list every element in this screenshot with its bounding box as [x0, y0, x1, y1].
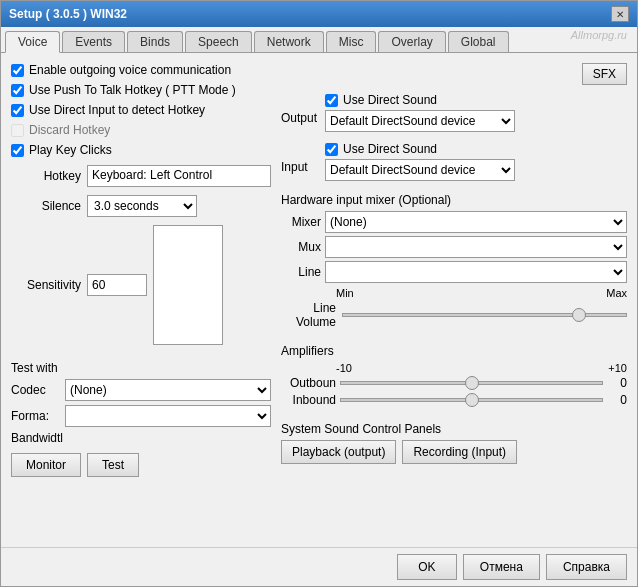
sensitivity-vis — [153, 225, 223, 345]
main-window: Setup ( 3.0.5 ) WIN32 ✕ Allmorpg.ru Voic… — [0, 0, 638, 587]
amplifiers-section: Amplifiers -10 +10 Outboun 0 Inbound 0 — [281, 344, 627, 410]
sfx-button[interactable]: SFX — [582, 63, 627, 85]
tab-binds[interactable]: Binds — [127, 31, 183, 52]
use-direct-sound-input-label: Use Direct Sound — [343, 142, 437, 156]
monitor-button[interactable]: Monitor — [11, 453, 81, 477]
output-device-select[interactable]: Default DirectSound device — [325, 110, 515, 132]
line-select[interactable] — [325, 261, 627, 283]
direct-input-label: Use Direct Input to detect Hotkey — [29, 103, 205, 117]
use-direct-sound-output-label: Use Direct Sound — [343, 93, 437, 107]
line-volume-section: Min Max LineVolume — [281, 287, 627, 329]
title-bar: Setup ( 3.0.5 ) WIN32 ✕ — [1, 1, 637, 27]
amp-title: Amplifiers — [281, 344, 627, 358]
bottom-section: Test with Codec (None) Forma: Bandwidtl … — [11, 361, 271, 477]
discard-hotkey-label: Discard Hotkey — [29, 123, 110, 137]
outbound-label: Outboun — [281, 376, 336, 390]
play-key-clicks-label: Play Key Clicks — [29, 143, 112, 157]
play-key-clicks-checkbox[interactable] — [11, 144, 24, 157]
outbound-slider[interactable] — [340, 381, 603, 385]
ssc-buttons: Playback (output) Recording (Input) — [281, 440, 627, 464]
bandwidth-label: Bandwidtl — [11, 431, 271, 445]
line-volume-row: LineVolume — [281, 301, 627, 329]
tab-overlay[interactable]: Overlay — [378, 31, 445, 52]
sensitivity-row: Sensitivity — [11, 225, 271, 345]
right-panel: SFX Output Use Direct Sound Default Dire… — [281, 63, 627, 537]
mixer-select[interactable]: (None) — [325, 211, 627, 233]
direct-input-checkbox[interactable] — [11, 104, 24, 117]
use-direct-sound-input-row: Use Direct Sound — [325, 142, 627, 156]
recording-button[interactable]: Recording (Input) — [402, 440, 517, 464]
discard-hotkey-row: Discard Hotkey — [11, 123, 271, 137]
format-row: Forma: — [11, 405, 271, 427]
watermark: Allmorpg.ru — [571, 29, 627, 41]
codec-select[interactable]: (None) — [65, 379, 271, 401]
output-label: Output — [281, 93, 321, 125]
ptt-mode-row: Use Push To Talk Hotkey ( PTT Mode ) — [11, 83, 271, 97]
amp-min-label: -10 — [336, 362, 352, 374]
line-volume-label: LineVolume — [281, 301, 336, 329]
line-volume-slider[interactable] — [342, 313, 627, 317]
outbound-value: 0 — [607, 376, 627, 390]
codec-label: Codec — [11, 383, 61, 397]
inbound-value: 0 — [607, 393, 627, 407]
vol-min-label: Min — [336, 287, 354, 299]
use-direct-sound-output-checkbox[interactable] — [325, 94, 338, 107]
outbound-row: Outboun 0 — [281, 376, 627, 390]
format-label: Forma: — [11, 409, 61, 423]
test-with-label: Test with — [11, 361, 271, 375]
monitor-test-row: Monitor Test — [11, 453, 271, 477]
inbound-slider[interactable] — [340, 398, 603, 402]
mux-select[interactable] — [325, 236, 627, 258]
sensitivity-label: Sensitivity — [11, 278, 81, 292]
use-direct-sound-output-row: Use Direct Sound — [325, 93, 627, 107]
input-label: Input — [281, 142, 321, 174]
codec-row: Codec (None) — [11, 379, 271, 401]
tab-speech[interactable]: Speech — [185, 31, 252, 52]
format-select[interactable] — [65, 405, 271, 427]
tab-events[interactable]: Events — [62, 31, 125, 52]
silence-select[interactable]: 3.0 seconds — [87, 195, 197, 217]
ptt-mode-checkbox[interactable] — [11, 84, 24, 97]
amp-max-label: +10 — [608, 362, 627, 374]
sensitivity-input[interactable] — [87, 274, 147, 296]
silence-row: Silence 3.0 seconds — [11, 195, 271, 217]
hw-mixer-section: Hardware input mixer (Optional) Mixer (N… — [281, 193, 627, 332]
silence-label: Silence — [11, 199, 81, 213]
ok-button[interactable]: OK — [397, 554, 457, 580]
cancel-button[interactable]: Отмена — [463, 554, 540, 580]
hotkey-row: Hotkey Keyboard: Left Control — [11, 165, 271, 187]
tab-misc[interactable]: Misc — [326, 31, 377, 52]
hw-title: Hardware input mixer (Optional) — [281, 193, 627, 207]
amp-labels: -10 +10 — [281, 362, 627, 374]
tab-network[interactable]: Network — [254, 31, 324, 52]
hotkey-label: Hotkey — [11, 169, 81, 183]
test-button[interactable]: Test — [87, 453, 139, 477]
inbound-row: Inbound 0 — [281, 393, 627, 407]
help-button[interactable]: Справка — [546, 554, 627, 580]
vol-max-label: Max — [606, 287, 627, 299]
playback-button[interactable]: Playback (output) — [281, 440, 396, 464]
window-title: Setup ( 3.0.5 ) WIN32 — [9, 7, 127, 21]
left-panel: Enable outgoing voice communication Use … — [11, 63, 271, 537]
mixer-row: Mixer (None) — [281, 211, 627, 233]
line-row: Line — [281, 261, 627, 283]
direct-input-row: Use Direct Input to detect Hotkey — [11, 103, 271, 117]
line-volume-labels: Min Max — [281, 287, 627, 299]
ssc-title: System Sound Control Panels — [281, 422, 627, 436]
inbound-label: Inbound — [281, 393, 336, 407]
enable-voice-checkbox[interactable] — [11, 64, 24, 77]
discard-hotkey-checkbox[interactable] — [11, 124, 24, 137]
hotkey-value[interactable]: Keyboard: Left Control — [87, 165, 271, 187]
use-direct-sound-input-checkbox[interactable] — [325, 143, 338, 156]
input-section: Input Use Direct Sound Default DirectSou… — [281, 142, 627, 181]
tab-global[interactable]: Global — [448, 31, 509, 52]
enable-voice-row: Enable outgoing voice communication — [11, 63, 271, 77]
title-bar-controls: ✕ — [611, 6, 629, 22]
tab-voice[interactable]: Voice — [5, 31, 60, 53]
tabs-row: Voice Events Binds Speech Network Misc O… — [1, 27, 637, 53]
ssc-section: System Sound Control Panels Playback (ou… — [281, 422, 627, 464]
play-key-clicks-row: Play Key Clicks — [11, 143, 271, 157]
output-controls: Use Direct Sound Default DirectSound dev… — [325, 93, 627, 132]
input-device-select[interactable]: Default DirectSound device — [325, 159, 515, 181]
close-button[interactable]: ✕ — [611, 6, 629, 22]
